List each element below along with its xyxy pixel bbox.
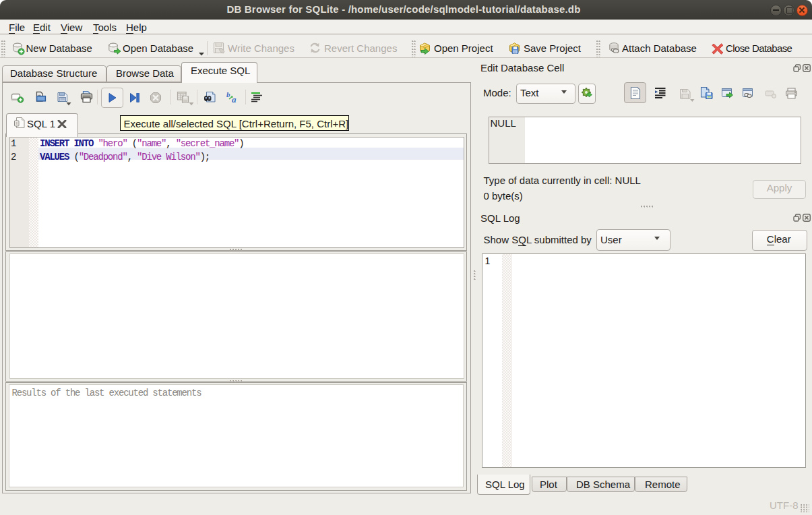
svg-text:a: a	[232, 94, 237, 104]
svg-text:b: b	[226, 90, 230, 98]
